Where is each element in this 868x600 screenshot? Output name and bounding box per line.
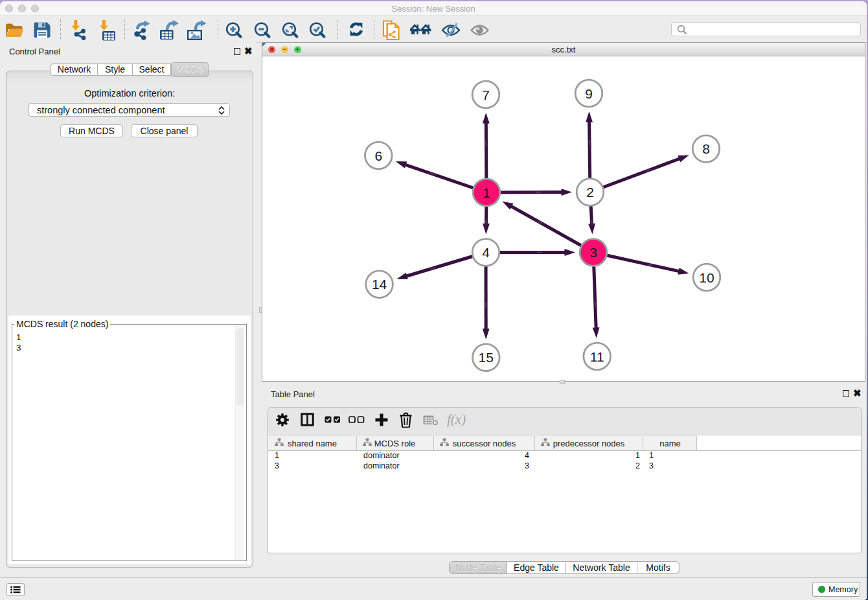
svg-text:15: 15 <box>479 350 494 365</box>
svg-text:6: 6 <box>374 148 382 163</box>
svg-text:11: 11 <box>590 349 604 364</box>
svg-text:14: 14 <box>372 277 387 292</box>
svg-text:8: 8 <box>702 141 710 156</box>
svg-text:2: 2 <box>586 185 594 200</box>
svg-text:9: 9 <box>585 86 593 101</box>
svg-text:7: 7 <box>482 87 490 102</box>
svg-text:3: 3 <box>589 245 597 260</box>
svg-text:1: 1 <box>483 185 490 200</box>
svg-text:10: 10 <box>699 270 714 285</box>
svg-text:4: 4 <box>482 245 490 260</box>
